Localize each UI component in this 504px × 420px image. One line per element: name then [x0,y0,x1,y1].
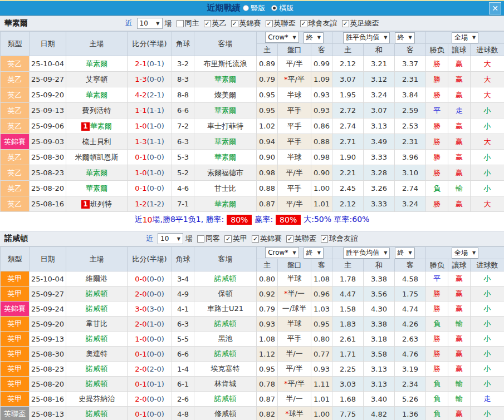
handicap-cell: 平手 [278,103,311,118]
league-checkbox-2[interactable]: ✓ [286,235,293,243]
bookmaker-select[interactable]: Crow*▼ [265,247,299,258]
league-label-3: 球會友誼 [309,18,337,28]
league-checkbox-3[interactable]: ✓ [300,20,307,27]
avg-odds-select[interactable]: 胜平负均值▼ [343,32,390,43]
bookmaker-select[interactable]: Crow*▼ [265,32,299,43]
final-odds-select[interactable]: 終▼ [304,248,324,259]
avg-away-odds-cell: 3.37 [395,56,426,72]
handicap-cell: 平手 [278,181,311,196]
score-cell: 1-0(0-0) [128,332,172,347]
score-cell: 0-1(0-0) [128,150,172,165]
halftime-score: (2-0) [146,365,164,373]
avg-away-odds-cell: 4.76 [395,347,426,362]
away-odds-cell: 0.90 [311,165,332,181]
home-odds-cell: 0.92 [257,286,278,302]
away-odds-cell: 1.11 [311,377,332,392]
away-team-name: 華素爾 [214,153,236,161]
home-team-name: 華素爾 [86,60,107,68]
handicap-cell: 半球 [278,150,311,165]
fulltime-score: 1-0 [135,122,146,130]
league-checkbox-0[interactable]: ✓ [224,235,232,243]
fulltime-select[interactable]: 全場▼ [452,32,478,43]
match-date-cell: 25-08-16 [30,196,66,212]
score-cell: 0-0(0-0) [128,271,172,286]
handicap-cell: 半球 [278,317,311,332]
handicap-cell: *平/半 [278,377,311,392]
league-checkbox-4[interactable]: ✓ [342,20,349,27]
match-result-cell: 負 [426,407,448,420]
corner-cell: 2-6 [172,392,194,407]
halftime-score: (3-0) [146,305,164,313]
close-button[interactable]: ✕ [489,2,501,14]
dropdown-arrow-icon: ▼ [156,21,159,26]
team-name: 諾咸頓 [4,234,28,244]
odds-group-header: Crow*▼ 終▼ [257,247,332,259]
home-odds-cell: 1.12 [257,347,278,362]
league-label-3: 球會友誼 [329,234,358,244]
games-count-select[interactable]: 10▼ [158,233,183,244]
col-goals: 进球数 [471,259,504,271]
final-avg-select[interactable]: 終▼ [395,32,415,43]
goals-result-cell: 小 [471,377,504,392]
games-count-select[interactable]: 10▼ [137,18,163,29]
away-team-name: 車路士U21 [207,304,243,313]
home-team-cell: 維爾港 [66,271,128,286]
col-home: 主場 [66,32,128,56]
corner-cell: 3-2 [172,56,194,72]
avg-draw-odds-cell: 3.33 [364,150,395,165]
avg-away-odds-cell: 1.75 [395,286,426,302]
team-filter-bar: 華素爾 近 10▼ 場 同主 ✓ 英乙 ✓ 英錦賽 ✓ 英聯盃 ✓ 球會友誼 ✓… [0,16,504,31]
home-odds-cell: 0.80 [257,271,278,286]
horizontal-layout-radio[interactable] [271,5,277,11]
check-icon: ✓ [226,236,231,242]
away-team-cell: 華素爾 [194,134,257,150]
match-type-badge: 英甲 [1,286,30,302]
col-avg-home: 主 [332,44,364,56]
fulltime-score: 0-1 [135,153,146,161]
final-avg-select[interactable]: 終▼ [395,248,415,259]
league-checkbox-1[interactable]: ✓ [252,235,259,243]
avg-odds-select[interactable]: 胜平负均值▼ [343,248,390,259]
away-team-cell: 布里斯托流浪 [194,56,257,72]
same-home-checkbox[interactable] [177,20,184,27]
avg-away-odds-cell: 2.59 [395,103,426,118]
col-odds-home: 主 [257,259,278,271]
near-label: 近 [146,234,153,244]
away-team-cell: 林肯城 [194,377,257,392]
vertical-layout-radio[interactable] [243,5,249,11]
team-filter-bar: 諾咸頓 近 10▼ 場 同客 ✓ 英甲 ✓ 英錦賽 ✓ 英聯盃 ✓ 球會友誼 [0,231,504,246]
check-icon: ✓ [322,236,327,242]
match-result-cell: 勝 [426,72,448,87]
away-team-name: 車士打菲特 [207,122,243,130]
home-team-cell: 費列活特 [66,103,128,118]
summary-prefix: 近 [135,215,143,225]
avg-home-odds-cell: 3.03 [332,377,364,392]
match-type-badge: 英乙 [1,165,30,181]
same-away-checkbox[interactable] [197,235,204,243]
league-checkbox-3[interactable]: ✓ [321,235,328,243]
avg-home-odds-cell: 1.95 [332,87,364,103]
match-result-cell: 勝 [426,332,448,347]
fulltime-score: 0-1 [135,410,146,418]
league-checkbox-0[interactable]: ✓ [204,20,211,27]
goals-result-cell: 小 [471,181,504,196]
col-give: 讓球 [448,44,471,56]
goals-result-cell: 大 [471,56,504,72]
handicap-cell: 平/半 [278,362,311,377]
final-odds-select[interactable]: 終▼ [304,32,324,43]
league-checkbox-1[interactable]: ✓ [231,20,238,27]
away-odds-cell: 0.77 [311,347,332,362]
league-checkbox-2[interactable]: ✓ [266,20,273,27]
goals-result-cell: 大 [471,87,504,103]
away-odds-cell: 1.01 [311,392,332,407]
fulltime-select[interactable]: 全場▼ [452,248,478,259]
table-row: 英錦賽 25-09-03 梳士貝利 1-3(1-1) 6-3 華素爾 0.94 … [1,134,504,150]
handicap-result-cell: 赢 [448,407,471,420]
col-avg-home: 主 [332,259,364,271]
match-type-badge: 英甲 [1,317,30,332]
goals-result-cell: 小 [471,302,504,317]
league-label-2: 英聯盃 [274,18,296,28]
home-odds-cell: 1.02 [257,118,278,134]
handicap-cell: 平手 [278,134,311,150]
col-score: 比分(半場) [128,32,172,56]
